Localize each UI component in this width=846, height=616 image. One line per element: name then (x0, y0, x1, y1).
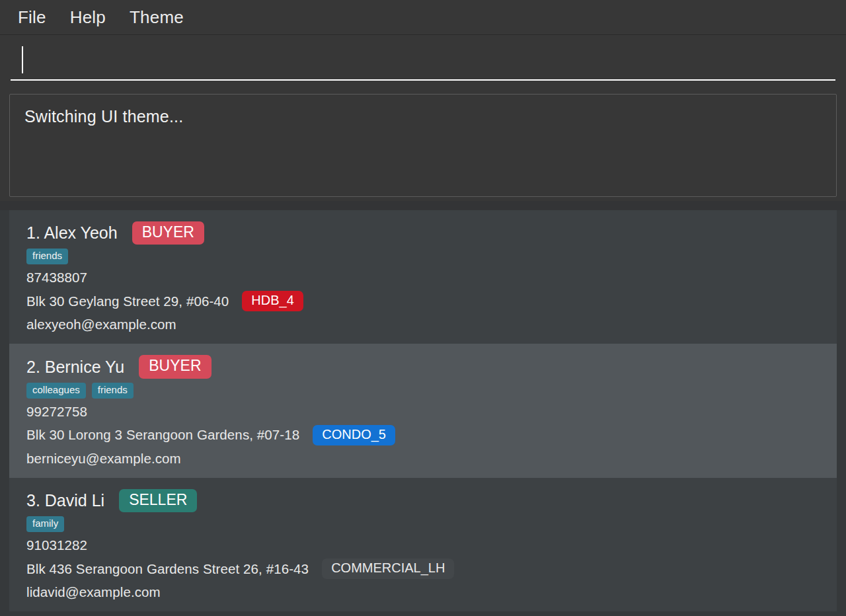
address-row: Blk 30 Lorong 3 Serangoon Gardens, #07-1… (26, 425, 820, 445)
command-box[interactable] (11, 35, 835, 81)
person-email: alexyeoh@example.com (26, 317, 820, 332)
person-card[interactable]: 1. Alex YeohBUYERfriends87438807Blk 30 G… (9, 210, 837, 344)
role-badge: BUYER (139, 355, 211, 378)
menu-item-file[interactable]: File (18, 7, 46, 28)
result-display: Switching UI theme... (9, 94, 837, 197)
tag-badge: colleagues (26, 383, 86, 399)
menu-item-theme[interactable]: Theme (130, 7, 184, 28)
tag-badge: friends (26, 249, 68, 264)
menu-bar: FileHelpTheme (0, 0, 846, 35)
role-badge: BUYER (132, 221, 204, 245)
person-phone: 99272758 (26, 404, 820, 420)
property-badge: COMMERCIAL_LH (322, 558, 454, 579)
person-phone: 91031282 (26, 537, 820, 553)
person-name: 2. Bernice Yu (26, 358, 124, 377)
person-address: Blk 436 Serangoon Gardens Street 26, #16… (26, 561, 309, 577)
text-caret (22, 46, 23, 73)
role-badge: SELLER (119, 489, 197, 512)
result-pane: Switching UI theme... (0, 87, 846, 201)
person-card[interactable]: 3. David LiSELLERfamily91031282Blk 436 S… (9, 478, 837, 611)
person-address: Blk 30 Lorong 3 Serangoon Gardens, #07-1… (26, 427, 299, 443)
person-phone: 87438807 (26, 270, 820, 286)
person-name-row: 1. Alex YeohBUYER (26, 221, 820, 245)
tags-row: friends (26, 249, 820, 264)
list-spacer (0, 201, 846, 210)
command-input[interactable] (11, 35, 835, 79)
tags-row: colleaguesfriends (26, 383, 820, 399)
person-name: 1. Alex Yeoh (26, 223, 118, 243)
address-row: Blk 436 Serangoon Gardens Street 26, #16… (26, 558, 820, 579)
person-list: 1. Alex YeohBUYERfriends87438807Blk 30 G… (0, 210, 846, 616)
tags-row: family (26, 516, 820, 532)
person-address: Blk 30 Geylang Street 29, #06-40 (26, 293, 229, 309)
person-name: 3. David Li (26, 491, 104, 510)
address-row: Blk 30 Geylang Street 29, #06-40HDB_4 (26, 291, 820, 311)
property-badge: HDB_4 (242, 291, 303, 311)
person-email: berniceyu@example.com (26, 451, 820, 467)
command-pane (0, 35, 846, 87)
person-email: lidavid@example.com (26, 584, 820, 600)
tag-badge: friends (92, 383, 134, 399)
person-name-row: 2. Bernice YuBUYER (26, 355, 820, 378)
menu-item-help[interactable]: Help (70, 7, 106, 28)
tag-badge: family (26, 516, 64, 532)
person-card[interactable]: 2. Bernice YuBUYERcolleaguesfriends99272… (9, 344, 837, 477)
result-text: Switching UI theme... (24, 107, 822, 126)
person-name-row: 3. David LiSELLER (26, 489, 820, 512)
property-badge: CONDO_5 (313, 425, 395, 445)
